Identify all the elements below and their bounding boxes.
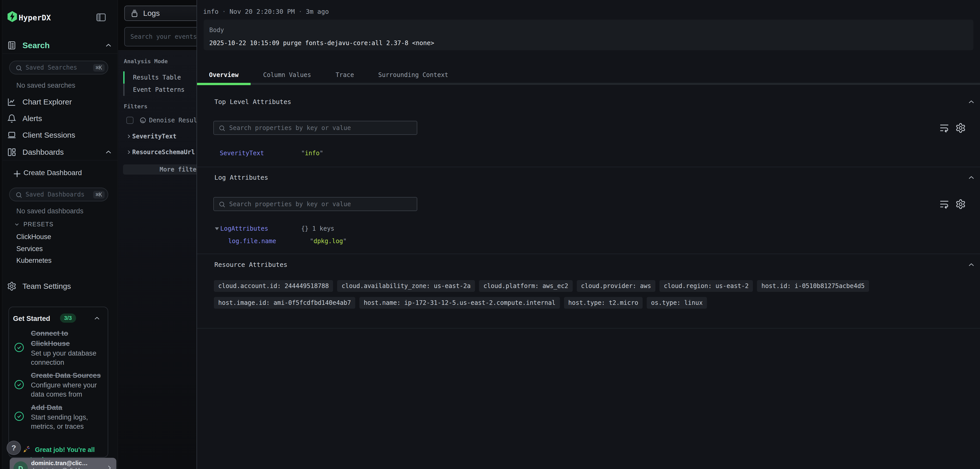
resource-chip[interactable]: host.name: ip-172-31-12-5.us-east-2.comp… [360, 297, 560, 309]
resource-chip[interactable]: cloud.provider: aws [577, 280, 655, 292]
shortcut-badge: ⌘K [93, 64, 105, 71]
window-edge-rail [0, 0, 2, 469]
avatar: D [14, 461, 28, 469]
property-search-input[interactable] [229, 122, 413, 134]
sidebar: HyperDX Search ⌘K No saved searches [3, 0, 118, 469]
resource-chip[interactable]: cloud.platform: aws_ec2 [479, 280, 573, 292]
create-dashboard-button[interactable]: Create Dashboard [3, 165, 118, 181]
get-started-item-texts: Create Data Sources Configure where your… [31, 370, 101, 399]
quote-mark: " [320, 150, 323, 157]
collapse-section-icon[interactable] [967, 98, 975, 106]
denoise-checkbox[interactable] [126, 117, 134, 124]
quote-mark: " [310, 238, 313, 245]
sidebar-item-chart-explorer[interactable]: Chart Explorer [3, 94, 118, 110]
attribute-meta: {} 1 keys [301, 225, 334, 232]
chevron-up-icon[interactable] [105, 41, 112, 49]
wrap-text-icon[interactable] [939, 123, 950, 133]
property-search-input[interactable] [229, 198, 413, 210]
saved-dashboards-input[interactable] [25, 189, 87, 200]
sidebar-item-alerts[interactable]: Alerts [3, 110, 118, 127]
sidebar-item-label: Chart Explorer [22, 98, 72, 106]
notebook-icon [7, 41, 17, 50]
saved-dashboards-search[interactable]: ⌘K [9, 188, 108, 201]
event-detail-drawer: info·Nov 20 2:20:30 PM·3m ago Body 2025-… [197, 0, 980, 469]
dot-separator: · [218, 8, 229, 15]
resource-chip[interactable]: host.type: t2.micro [564, 297, 643, 309]
wrap-text-icon[interactable] [939, 199, 950, 209]
section-title-resource-attributes: Resource Attributes [215, 258, 287, 272]
get-started-item-texts: Add Data Start sending logs, metrics, or… [31, 402, 101, 431]
analysis-mode-label: Analysis Mode [124, 58, 168, 65]
drawer-tabs: Overview Column Values Trace Surrounding… [197, 67, 980, 85]
attribute-tree-parent[interactable]: LogAttributes {} 1 keys [197, 222, 980, 235]
no-saved-searches-text: No saved searches [16, 82, 108, 89]
resource-chip[interactable]: host.image.id: ami-0f5fcdfbd140e4ab7 [214, 297, 355, 309]
preset-kubernetes[interactable]: Kubernetes [16, 256, 52, 265]
collapse-section-icon[interactable] [967, 261, 975, 269]
check-circle-icon [14, 380, 24, 390]
filter-group-label: ResourceSchemaUrl [132, 149, 195, 156]
section-title-top-level: Top Level Attributes [215, 95, 291, 109]
sidebar-item-dashboards[interactable]: Dashboards [3, 144, 118, 160]
hyperdx-app: HyperDX Search ⌘K No saved searches [0, 0, 980, 469]
attribute-key: LogAttributes [220, 225, 268, 232]
denoise-circle-icon [139, 117, 146, 124]
quote-mark: " [301, 150, 305, 157]
tab-trace[interactable]: Trace [324, 67, 366, 83]
chevron-right-icon [106, 464, 113, 469]
sidebar-item-team-settings[interactable]: Team Settings [3, 278, 118, 295]
attribute-key: SeverityText [220, 150, 264, 157]
chevron-up-icon[interactable] [105, 148, 112, 156]
chevron-down-icon [14, 221, 20, 227]
party-popper-icon [23, 446, 32, 453]
tab-surrounding-context[interactable]: Surrounding Context [366, 67, 460, 83]
resource-chip[interactable]: cloud.account.id: 244449518788 [214, 280, 333, 292]
attribute-row[interactable]: SeverityText "info" [197, 147, 980, 159]
resource-chip[interactable]: cloud.region: us-east-2 [659, 280, 753, 292]
presets-toggle[interactable]: PRESETS [14, 220, 54, 229]
resource-chip[interactable]: cloud.availability_zone: us-east-2a [337, 280, 475, 292]
sidebar-item-label: Client Sessions [22, 131, 75, 139]
tab-column-values[interactable]: Column Values [251, 67, 323, 83]
search-icon [218, 201, 226, 208]
saved-searches-search[interactable]: ⌘K [9, 61, 108, 74]
property-search-log-attributes[interactable] [213, 197, 417, 211]
gear-icon[interactable] [955, 123, 966, 133]
attribute-row[interactable]: log.file.name "dpkg.log" [197, 235, 980, 247]
user-email: dominic.tran@clickho… [31, 467, 103, 469]
section-divider [197, 328, 980, 328]
sidebar-item-search[interactable]: Search [3, 37, 118, 54]
event-header: info·Nov 20 2:20:30 PM·3m ago [203, 6, 329, 18]
mode-label: Event Patterns [133, 86, 185, 93]
saved-searches-input[interactable] [25, 62, 87, 73]
user-menu[interactable]: D dominic.tran@clic… dominic.tran@clickh… [10, 458, 116, 469]
get-started-item-title: Create Data Sources [31, 370, 101, 380]
divider [3, 160, 118, 160]
sidebar-item-client-sessions[interactable]: Client Sessions [3, 127, 118, 143]
active-indicator-bar [123, 71, 124, 84]
attribute-value: "info" [301, 150, 323, 157]
shortcut-badge: ⌘K [93, 191, 105, 198]
chevron-up-icon[interactable] [94, 315, 100, 322]
filter-group-label: SeverityText [132, 133, 177, 140]
sidebar-collapse-icon[interactable] [95, 12, 107, 23]
tab-overview[interactable]: Overview [197, 67, 251, 83]
section-divider [197, 167, 980, 167]
dot-separator: · [295, 8, 306, 15]
braces-icon: {} [301, 225, 309, 232]
resource-chip[interactable]: host.id: i-0510b81275acbe4d5 [757, 280, 869, 292]
property-search-top-level[interactable] [213, 121, 417, 135]
resource-chip[interactable]: os.type: linux [647, 297, 707, 309]
gear-icon[interactable] [955, 199, 966, 209]
body-label: Body [209, 26, 224, 34]
preset-services[interactable]: Services [16, 244, 43, 254]
create-dashboard-label: Create Dashboard [24, 169, 82, 177]
layout-dashboard-icon [7, 147, 17, 157]
get-started-progress-badge: 3/3 [60, 314, 76, 323]
chevron-right-icon [126, 134, 131, 139]
preset-clickhouse[interactable]: ClickHouse [16, 232, 51, 242]
caret-down-icon[interactable] [215, 227, 219, 230]
collapse-section-icon[interactable] [967, 174, 975, 182]
search-icon [15, 65, 22, 71]
help-button[interactable]: ? [6, 441, 21, 455]
